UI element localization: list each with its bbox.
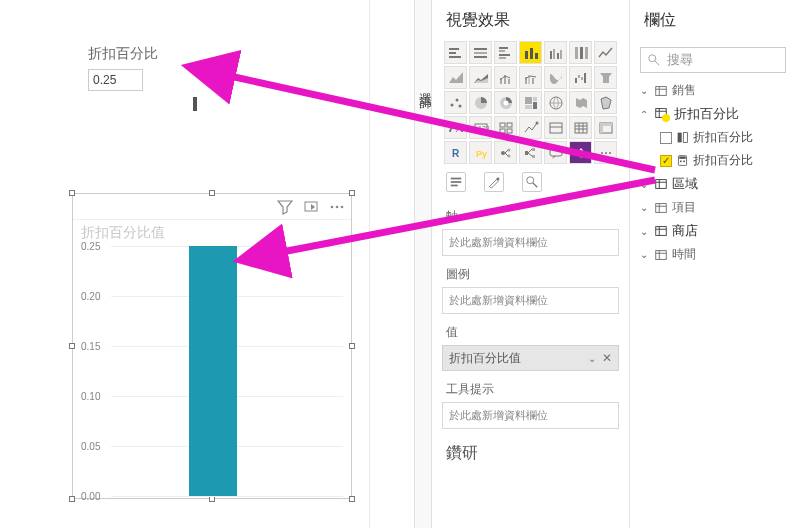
stacked-area-icon[interactable] — [469, 66, 492, 89]
svg-line-84 — [533, 183, 537, 187]
matrix-icon[interactable] — [594, 116, 617, 139]
fields-pane: 欄位 搜尋 ⌄ 銷售 ⌃ 折扣百分比 折扣百分比 ✓ 折扣百分比 ⌄ 區域 ⌄ … — [630, 0, 796, 528]
shape-map-icon[interactable] — [594, 91, 617, 114]
table-sales[interactable]: ⌄ 銷售 — [630, 79, 796, 102]
chevron-down-icon[interactable]: ⌄ — [588, 353, 596, 364]
table-discount[interactable]: ⌃ 折扣百分比 — [630, 102, 796, 126]
svg-line-45 — [456, 128, 459, 132]
multi-card-icon[interactable] — [494, 116, 517, 139]
field-checkbox[interactable] — [660, 132, 672, 144]
svg-point-76 — [605, 152, 607, 154]
chart-title: 折扣百分比值 — [73, 220, 351, 246]
format-tab-icon[interactable] — [484, 172, 504, 192]
axis-section-label: 軸 — [432, 200, 629, 227]
chart-visual[interactable]: 折扣百分比值 0.25 0.20 0.15 0.10 0.05 0.00 — [72, 193, 352, 499]
report-canvas[interactable]: 折扣百分比 折扣百分比值 0.25 0.20 0.15 0.1 — [0, 0, 370, 528]
card-icon[interactable]: 123 — [469, 116, 492, 139]
line-clustered-column-icon[interactable] — [519, 66, 542, 89]
slicer-slider[interactable] — [88, 99, 208, 111]
slider-handle[interactable] — [193, 97, 197, 111]
filled-map-icon[interactable] — [569, 91, 592, 114]
resize-handle[interactable] — [209, 190, 215, 196]
stacked-column-icon[interactable] — [519, 41, 542, 64]
key-influencers-icon[interactable] — [494, 141, 517, 164]
svg-rect-99 — [656, 180, 667, 189]
svg-rect-19 — [557, 53, 559, 59]
resize-handle[interactable] — [69, 496, 75, 502]
resize-handle[interactable] — [69, 343, 75, 349]
slicer-title: 折扣百分比 — [88, 45, 223, 63]
area-chart-icon[interactable] — [444, 66, 467, 89]
stacked-bar-100-icon[interactable] — [469, 41, 492, 64]
svg-point-77 — [601, 152, 603, 154]
fields-search-input[interactable]: 搜尋 — [640, 47, 786, 73]
field-checkbox[interactable]: ✓ — [660, 155, 672, 167]
more-options-icon[interactable] — [329, 199, 345, 215]
value-field-pill[interactable]: 折扣百分比值 ⌄ ✕ — [442, 345, 619, 371]
collapsed-filters-pane[interactable]: 篩選 — [414, 0, 432, 528]
resize-handle[interactable] — [349, 190, 355, 196]
ribbon-chart-icon[interactable] — [544, 66, 567, 89]
focus-mode-icon[interactable] — [303, 199, 319, 215]
kpi-icon[interactable] — [519, 116, 542, 139]
tooltip-section-label: 工具提示 — [432, 373, 629, 400]
scatter-icon[interactable] — [444, 91, 467, 114]
qa-visual-icon[interactable] — [544, 141, 567, 164]
table-store[interactable]: ⌄ 商店 — [630, 219, 796, 243]
svg-rect-14 — [525, 51, 528, 59]
chart-bar[interactable] — [189, 246, 237, 496]
tooltip-field-well[interactable]: 於此處新增資料欄位 — [442, 402, 619, 429]
svg-rect-96 — [679, 156, 686, 158]
table-icon[interactable] — [569, 116, 592, 139]
decomposition-tree-icon[interactable] — [519, 141, 542, 164]
resize-handle[interactable] — [69, 190, 75, 196]
powerapps-icon[interactable] — [569, 141, 592, 164]
field-discount-column[interactable]: 折扣百分比 — [630, 126, 796, 149]
svg-rect-98 — [683, 161, 685, 163]
clustered-bar-icon[interactable] — [494, 41, 517, 64]
table-item[interactable]: ⌄ 項目 — [630, 196, 796, 219]
treemap-icon[interactable] — [519, 91, 542, 114]
analytics-tab-icon[interactable] — [522, 172, 542, 192]
table-time[interactable]: ⌄ 時間 — [630, 243, 796, 266]
svg-text:R: R — [452, 148, 460, 159]
field-label: 折扣百分比 — [693, 152, 753, 169]
line-column-icon[interactable] — [494, 66, 517, 89]
map-icon[interactable] — [544, 91, 567, 114]
funnel-icon[interactable] — [594, 66, 617, 89]
resize-handle[interactable] — [349, 496, 355, 502]
svg-point-1 — [331, 205, 334, 208]
svg-rect-72 — [532, 155, 535, 158]
slicer-value-input[interactable] — [88, 69, 143, 91]
gauge-icon[interactable] — [444, 116, 467, 139]
fields-tab-icon[interactable] — [446, 172, 466, 192]
legend-field-well[interactable]: 於此處新增資料欄位 — [442, 287, 619, 314]
pie-icon[interactable] — [469, 91, 492, 114]
stacked-bar-icon[interactable] — [444, 41, 467, 64]
slicer-icon[interactable] — [544, 116, 567, 139]
svg-rect-7 — [474, 48, 487, 50]
line-chart-icon[interactable] — [594, 41, 617, 64]
axis-field-well[interactable]: 於此處新增資料欄位 — [442, 229, 619, 256]
svg-rect-26 — [508, 79, 510, 84]
python-visual-icon[interactable]: Py — [469, 141, 492, 164]
svg-rect-55 — [575, 123, 587, 133]
svg-rect-31 — [578, 75, 580, 78]
donut-icon[interactable] — [494, 91, 517, 114]
y-tick: 0.05 — [81, 441, 100, 452]
y-tick: 0.15 — [81, 341, 100, 352]
filter-icon[interactable] — [277, 199, 293, 215]
drill-section-label: 鑽研 — [432, 431, 629, 464]
clustered-column-icon[interactable] — [544, 41, 567, 64]
remove-field-icon[interactable]: ✕ — [602, 351, 612, 365]
resize-handle[interactable] — [349, 343, 355, 349]
svg-rect-9 — [474, 56, 487, 58]
svg-point-3 — [341, 205, 344, 208]
import-visual-icon[interactable] — [594, 141, 617, 164]
field-discount-measure[interactable]: ✓ 折扣百分比 — [630, 149, 796, 172]
table-region[interactable]: ⌄ 區域 — [630, 172, 796, 196]
slicer-discount[interactable]: 折扣百分比 — [88, 45, 223, 111]
column-100-icon[interactable] — [569, 41, 592, 64]
waterfall-icon[interactable] — [569, 66, 592, 89]
r-visual-icon[interactable]: R — [444, 141, 467, 164]
